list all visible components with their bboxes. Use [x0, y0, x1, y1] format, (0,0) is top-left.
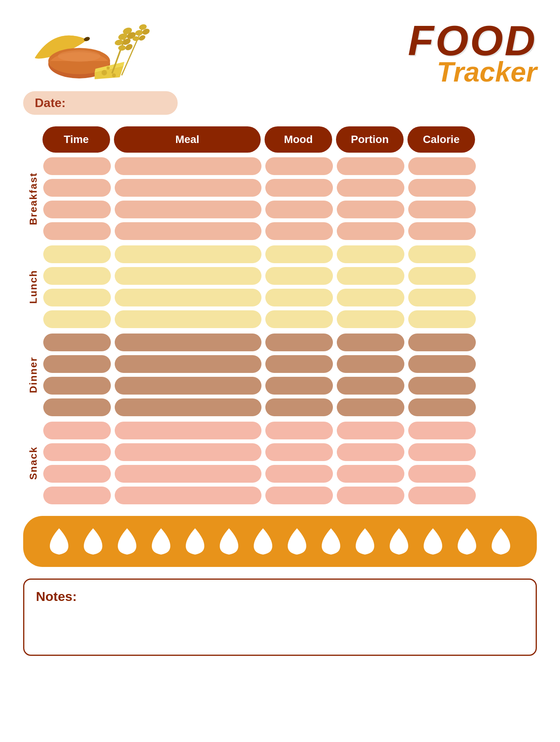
mood-cell[interactable] — [265, 443, 333, 461]
water-drop-icon[interactable] — [419, 525, 447, 558]
mood-cell[interactable] — [265, 355, 333, 373]
calorie-cell[interactable] — [408, 487, 476, 504]
water-drop-icon[interactable] — [113, 525, 141, 558]
mood-cell[interactable] — [265, 245, 333, 263]
time-cell[interactable] — [43, 398, 111, 416]
time-cell[interactable] — [43, 487, 111, 504]
time-cell[interactable] — [43, 422, 111, 439]
portion-cell[interactable] — [337, 377, 404, 395]
water-drop-icon[interactable] — [453, 525, 481, 558]
meal-cell[interactable] — [115, 310, 261, 328]
mood-cell[interactable] — [265, 157, 333, 175]
mood-cell[interactable] — [265, 289, 333, 306]
water-drop-icon[interactable] — [385, 525, 413, 558]
portion-cell[interactable] — [337, 487, 404, 504]
portion-cell[interactable] — [337, 267, 404, 285]
meal-cell[interactable] — [115, 157, 261, 175]
date-bar[interactable]: Date: — [23, 91, 178, 115]
meal-cell[interactable] — [115, 245, 261, 263]
meal-cell[interactable] — [115, 443, 261, 461]
meal-cell[interactable] — [115, 179, 261, 197]
meal-cell[interactable] — [115, 487, 261, 504]
calorie-cell[interactable] — [408, 245, 476, 263]
calorie-cell[interactable] — [408, 443, 476, 461]
portion-cell[interactable] — [337, 222, 404, 240]
mood-cell[interactable] — [265, 398, 333, 416]
meal-cell[interactable] — [115, 377, 261, 395]
water-drop-icon[interactable] — [79, 525, 107, 558]
water-tracker[interactable] — [23, 516, 537, 567]
mood-cell[interactable] — [265, 179, 333, 197]
water-drop-icon[interactable] — [249, 525, 277, 558]
portion-cell[interactable] — [337, 201, 404, 218]
calorie-cell[interactable] — [408, 422, 476, 439]
calorie-cell[interactable] — [408, 398, 476, 416]
water-drop-icon[interactable] — [317, 525, 345, 558]
calorie-cell[interactable] — [408, 179, 476, 197]
portion-cell[interactable] — [337, 334, 404, 351]
calorie-cell[interactable] — [408, 267, 476, 285]
time-cell[interactable] — [43, 245, 111, 263]
portion-cell[interactable] — [337, 179, 404, 197]
calorie-cell[interactable] — [408, 310, 476, 328]
meal-cell[interactable] — [115, 334, 261, 351]
time-cell[interactable] — [43, 465, 111, 483]
meal-cell[interactable] — [115, 398, 261, 416]
portion-cell[interactable] — [337, 245, 404, 263]
mood-cell[interactable] — [265, 222, 333, 240]
water-drop-icon[interactable] — [147, 525, 175, 558]
calorie-cell[interactable] — [408, 355, 476, 373]
time-cell[interactable] — [43, 310, 111, 328]
time-cell[interactable] — [43, 289, 111, 306]
col-header-portion: Portion — [336, 126, 404, 153]
water-drop-icon[interactable] — [181, 525, 209, 558]
mood-cell[interactable] — [265, 377, 333, 395]
calorie-cell[interactable] — [408, 222, 476, 240]
mood-cell[interactable] — [265, 267, 333, 285]
portion-cell[interactable] — [337, 355, 404, 373]
mood-cell[interactable] — [265, 310, 333, 328]
time-cell[interactable] — [43, 267, 111, 285]
portion-cell[interactable] — [337, 289, 404, 306]
time-cell[interactable] — [43, 334, 111, 351]
mood-cell[interactable] — [265, 201, 333, 218]
calorie-cell[interactable] — [408, 377, 476, 395]
meal-cell[interactable] — [115, 267, 261, 285]
mood-cell[interactable] — [265, 422, 333, 439]
portion-cell[interactable] — [337, 465, 404, 483]
col-header-meal: Meal — [114, 126, 261, 153]
mood-cell[interactable] — [265, 465, 333, 483]
portion-cell[interactable] — [337, 398, 404, 416]
meal-cell[interactable] — [115, 201, 261, 218]
meal-cell[interactable] — [115, 465, 261, 483]
meal-cell[interactable] — [115, 222, 261, 240]
water-drop-icon[interactable] — [283, 525, 311, 558]
time-cell[interactable] — [43, 355, 111, 373]
calorie-cell[interactable] — [408, 289, 476, 306]
meal-cell[interactable] — [115, 422, 261, 439]
calorie-cell[interactable] — [408, 465, 476, 483]
header: Date: FOOD Tracker — [23, 15, 537, 115]
time-cell[interactable] — [43, 443, 111, 461]
water-drop-icon[interactable] — [487, 525, 515, 558]
portion-cell[interactable] — [337, 157, 404, 175]
mood-cell[interactable] — [265, 334, 333, 351]
meal-cell[interactable] — [115, 289, 261, 306]
time-cell[interactable] — [43, 377, 111, 395]
water-drop-icon[interactable] — [45, 525, 73, 558]
portion-cell[interactable] — [337, 443, 404, 461]
portion-cell[interactable] — [337, 310, 404, 328]
time-cell[interactable] — [43, 201, 111, 218]
notes-section[interactable]: Notes: — [23, 579, 537, 656]
water-drop-icon[interactable] — [351, 525, 379, 558]
calorie-cell[interactable] — [408, 157, 476, 175]
time-cell[interactable] — [43, 222, 111, 240]
time-cell[interactable] — [43, 157, 111, 175]
calorie-cell[interactable] — [408, 201, 476, 218]
meal-cell[interactable] — [115, 355, 261, 373]
portion-cell[interactable] — [337, 422, 404, 439]
time-cell[interactable] — [43, 179, 111, 197]
calorie-cell[interactable] — [408, 334, 476, 351]
mood-cell[interactable] — [265, 487, 333, 504]
water-drop-icon[interactable] — [215, 525, 243, 558]
